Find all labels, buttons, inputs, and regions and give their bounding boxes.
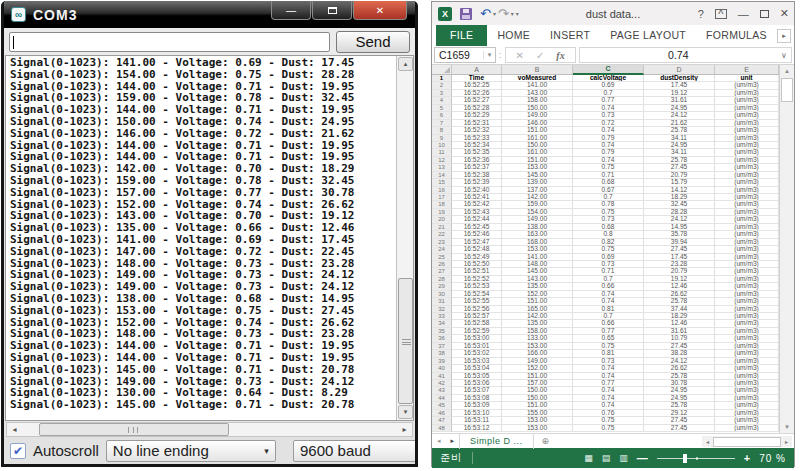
row-number[interactable]: 37 <box>432 343 452 350</box>
cell-calcvoltage[interactable]: 0.74 <box>573 291 644 298</box>
cell-calcvoltage[interactable]: 0.74 <box>573 298 644 305</box>
baud-rate-dropdown[interactable]: 9600 baud <box>293 440 418 462</box>
cell-vomeasured[interactable]: 142.00 <box>502 194 573 201</box>
column-header[interactable]: D <box>644 65 715 75</box>
cell-vomeasured[interactable]: 142.00 <box>502 313 573 320</box>
cell-time[interactable]: 16:52:31 <box>452 120 502 127</box>
cell-vomeasured[interactable]: 145.00 <box>502 172 573 179</box>
cell-vomeasured[interactable]: 151.00 <box>502 373 573 380</box>
cell-dustdensity[interactable]: 24.12 <box>644 216 715 223</box>
cell-vomeasured[interactable]: 161.00 <box>502 149 573 156</box>
cell-calcvoltage[interactable]: 0.69 <box>573 254 644 261</box>
cell-time[interactable]: 16:52:28 <box>452 105 502 112</box>
cell-time[interactable]: 16:52:51 <box>452 268 502 275</box>
cell-vomeasured[interactable]: 153.00 <box>502 343 573 350</box>
cell-calcvoltage[interactable]: 0.74 <box>573 387 644 394</box>
cell-calcvoltage[interactable]: 0.74 <box>573 127 644 134</box>
cell-vomeasured[interactable]: 158.00 <box>502 97 573 104</box>
cell-calcvoltage[interactable]: 0.69 <box>573 82 644 89</box>
cell-unit[interactable]: (um/m3) <box>715 268 779 275</box>
cell-dustdensity[interactable]: 24.12 <box>644 112 715 119</box>
cell-vomeasured[interactable]: 151.00 <box>502 402 573 409</box>
cell-time[interactable]: 16:52:57 <box>452 313 502 320</box>
cell-unit[interactable]: (um/m3) <box>715 283 779 290</box>
cell-unit[interactable]: (um/m3) <box>715 105 779 112</box>
column-header[interactable]: C <box>573 65 644 75</box>
scroll-down-icon[interactable]: ▾ <box>780 421 794 433</box>
cell-calcvoltage[interactable]: 0.74 <box>573 395 644 402</box>
cell-unit[interactable]: (um/m3) <box>715 328 779 335</box>
cell-dustdensity[interactable]: 38.28 <box>644 350 715 357</box>
excel-horizontal-scrollbar[interactable]: ◂ ▸ <box>702 436 792 447</box>
row-number[interactable]: 20 <box>432 216 452 223</box>
row-number[interactable]: 23 <box>432 239 452 246</box>
cell-calcvoltage[interactable]: 0.73 <box>573 112 644 119</box>
cell-calcvoltage[interactable]: 0.74 <box>573 157 644 164</box>
cell-time[interactable]: 16:52:47 <box>452 239 502 246</box>
cell-dustdensity[interactable]: 30.78 <box>644 380 715 387</box>
cell-calcvoltage[interactable]: 0.66 <box>573 283 644 290</box>
cell-dustdensity[interactable]: 19.12 <box>644 276 715 283</box>
vertical-scrollbar[interactable]: ▴ ▾ <box>396 56 413 420</box>
cell-dustdensity[interactable]: 27.45 <box>644 417 715 424</box>
header-cell-dustdensity[interactable]: dustDensity <box>644 75 715 82</box>
cell-unit[interactable]: (um/m3) <box>715 187 779 194</box>
row-number[interactable]: 22 <box>432 231 452 238</box>
cell-dustdensity[interactable]: 20.79 <box>644 172 715 179</box>
normal-view-icon[interactable]: ▦ <box>584 453 593 463</box>
cell-dustdensity[interactable]: 24.95 <box>644 387 715 394</box>
cell-vomeasured[interactable]: 153.00 <box>502 417 573 424</box>
serial-input[interactable] <box>9 32 330 52</box>
cell-unit[interactable]: (um/m3) <box>715 239 779 246</box>
cell-unit[interactable]: (um/m3) <box>715 358 779 365</box>
cell-time[interactable]: 16:52:35 <box>452 149 502 156</box>
cell-dustdensity[interactable]: 14.95 <box>644 224 715 231</box>
cell-calcvoltage[interactable]: 0.65 <box>573 335 644 342</box>
column-header[interactable]: B <box>502 65 573 75</box>
autoscroll-checkbox[interactable]: ✔ <box>10 443 26 459</box>
cell-time[interactable]: 16:52:27 <box>452 97 502 104</box>
row-number[interactable]: 21 <box>432 224 452 231</box>
cell-calcvoltage[interactable]: 0.76 <box>573 410 644 417</box>
cell-unit[interactable]: (um/m3) <box>715 172 779 179</box>
cell-dustdensity[interactable]: 26.62 <box>644 365 715 372</box>
cell-calcvoltage[interactable]: 0.8 <box>573 231 644 238</box>
row-number[interactable]: 18 <box>432 201 452 208</box>
cell-dustdensity[interactable]: 27.45 <box>644 425 715 432</box>
ribbon-tab[interactable]: INSERT <box>540 25 600 46</box>
cell-time[interactable]: 16:52:39 <box>452 179 502 186</box>
row-number[interactable]: 44 <box>432 395 452 402</box>
cell-vomeasured[interactable]: 149.00 <box>502 358 573 365</box>
cell-calcvoltage[interactable]: 0.68 <box>573 179 644 186</box>
cell-unit[interactable]: (um/m3) <box>715 261 779 268</box>
row-number[interactable]: 31 <box>432 298 452 305</box>
cell-time[interactable]: 16:53:04 <box>452 365 502 372</box>
cell-dustdensity[interactable]: 12.46 <box>644 320 715 327</box>
row-number[interactable]: 10 <box>432 142 452 149</box>
row-number[interactable]: 24 <box>432 246 452 253</box>
cell-unit[interactable]: (um/m3) <box>715 380 779 387</box>
cell-vomeasured[interactable]: 135.00 <box>502 320 573 327</box>
cell-calcvoltage[interactable]: 0.73 <box>573 358 644 365</box>
cell-unit[interactable]: (um/m3) <box>715 135 779 142</box>
cell-calcvoltage[interactable]: 0.68 <box>573 224 644 231</box>
name-box[interactable]: C1659 ▾ <box>434 47 496 63</box>
cell-unit[interactable]: (um/m3) <box>715 343 779 350</box>
cell-time[interactable]: 16:53:09 <box>452 402 502 409</box>
close-button[interactable]: ✕ <box>353 1 407 20</box>
cell-time[interactable]: 16:52:32 <box>452 127 502 134</box>
cell-vomeasured[interactable]: 165.00 <box>502 306 573 313</box>
cell-unit[interactable]: (um/m3) <box>715 142 779 149</box>
row-number[interactable]: 29 <box>432 283 452 290</box>
cell-vomeasured[interactable]: 152.00 <box>502 365 573 372</box>
scroll-right-icon[interactable]: ▸ <box>397 423 412 436</box>
row-number[interactable]: 41 <box>432 373 452 380</box>
row-number[interactable]: 12 <box>432 157 452 164</box>
cell-dustdensity[interactable]: 18.29 <box>644 194 715 201</box>
minimize-button[interactable]: — <box>271 1 311 20</box>
undo-icon[interactable]: ↶ <box>480 6 491 21</box>
cell-vomeasured[interactable]: 139.00 <box>502 179 573 186</box>
cell-unit[interactable]: (um/m3) <box>715 350 779 357</box>
cell-time[interactable]: 16:52:43 <box>452 209 502 216</box>
row-number[interactable]: 16 <box>432 187 452 194</box>
